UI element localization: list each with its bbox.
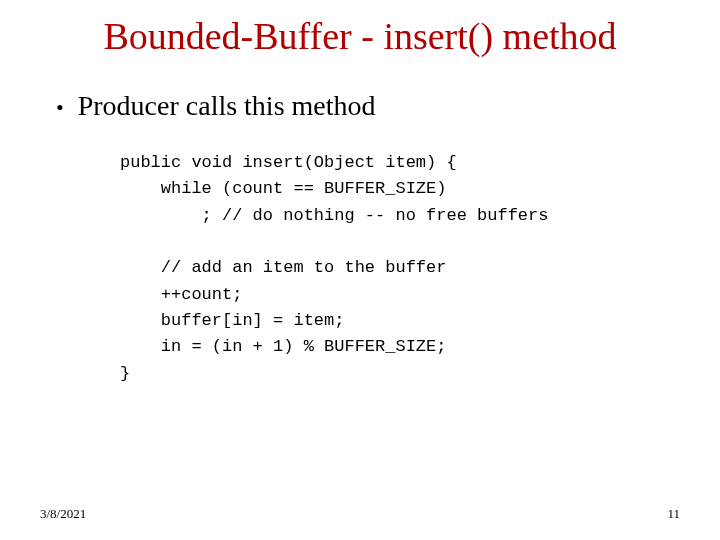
- bullet-marker: •: [56, 94, 64, 122]
- bullet-item: • Producer calls this method: [56, 90, 376, 122]
- code-block: public void insert(Object item) { while …: [120, 150, 620, 387]
- code-line: ++count;: [120, 285, 242, 304]
- code-line: }: [120, 364, 130, 383]
- code-line: buffer[in] = item;: [120, 311, 344, 330]
- footer-page-number: 11: [667, 506, 680, 522]
- code-line: while (count == BUFFER_SIZE): [120, 179, 446, 198]
- code-line: // add an item to the buffer: [120, 258, 446, 277]
- code-line: ; // do nothing -- no free buffers: [120, 206, 548, 225]
- bullet-text: Producer calls this method: [78, 90, 376, 122]
- code-line: public void insert(Object item) {: [120, 153, 457, 172]
- footer-date: 3/8/2021: [40, 506, 86, 522]
- code-line: in = (in + 1) % BUFFER_SIZE;: [120, 337, 446, 356]
- slide: Bounded-Buffer - insert() method • Produ…: [0, 0, 720, 540]
- slide-title: Bounded-Buffer - insert() method: [0, 14, 720, 58]
